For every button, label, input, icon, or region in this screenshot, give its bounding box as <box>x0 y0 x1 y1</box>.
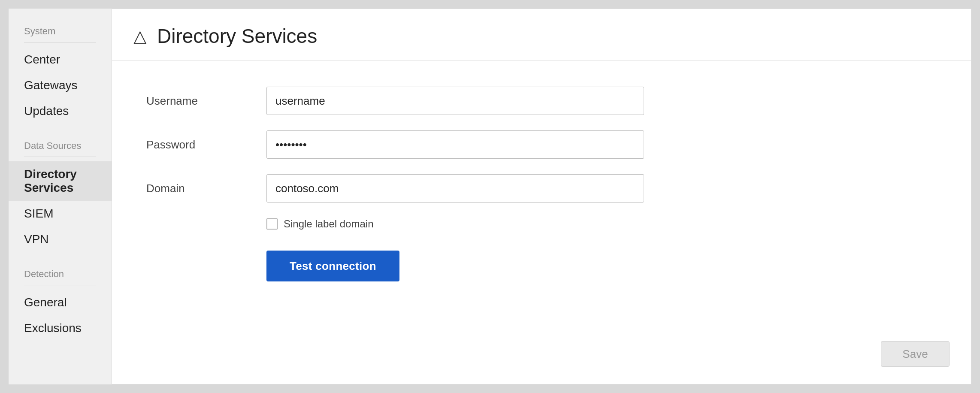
domain-row: Domain <box>146 174 937 203</box>
page-header: △ Directory Services <box>112 9 971 61</box>
password-input[interactable] <box>266 130 644 159</box>
system-section-label: System <box>9 21 112 40</box>
sidebar-item-general[interactable]: General <box>9 290 112 315</box>
sidebar-gap-2 <box>9 252 112 264</box>
form-area: Username Password Domain Single label do… <box>112 61 971 307</box>
datasources-divider <box>24 157 96 157</box>
single-label-domain-row: Single label domain <box>266 218 937 230</box>
datasources-section-label: Data Sources <box>9 136 112 155</box>
sidebar-gap-1 <box>9 124 112 136</box>
username-row: Username <box>146 87 937 115</box>
system-divider <box>24 42 96 42</box>
password-label: Password <box>146 138 266 151</box>
sidebar-item-exclusions[interactable]: Exclusions <box>9 315 112 341</box>
sidebar-item-vpn[interactable]: VPN <box>9 227 112 252</box>
sidebar-item-siem[interactable]: SIEM <box>9 201 112 227</box>
username-label: Username <box>146 94 266 108</box>
username-input[interactable] <box>266 87 644 115</box>
sidebar: System Center Gateways Updates Data Sour… <box>9 9 112 384</box>
sidebar-item-updates[interactable]: Updates <box>9 98 112 124</box>
single-label-domain-checkbox[interactable] <box>266 218 278 230</box>
single-label-domain-label[interactable]: Single label domain <box>284 218 373 230</box>
main-content: △ Directory Services Username Password D… <box>112 9 971 384</box>
sidebar-item-directory-services[interactable]: Directory Services <box>9 161 112 201</box>
sidebar-item-center[interactable]: Center <box>9 47 112 73</box>
domain-label: Domain <box>146 182 266 195</box>
app-container: System Center Gateways Updates Data Sour… <box>0 0 980 393</box>
save-button[interactable]: Save <box>881 341 950 367</box>
warning-icon: △ <box>133 27 147 45</box>
test-connection-button[interactable]: Test connection <box>266 251 399 281</box>
detection-divider <box>24 285 96 285</box>
sidebar-item-gateways[interactable]: Gateways <box>9 73 112 98</box>
password-row: Password <box>146 130 937 159</box>
page-title: Directory Services <box>157 24 317 48</box>
detection-section-label: Detection <box>9 264 112 283</box>
domain-input[interactable] <box>266 174 644 203</box>
